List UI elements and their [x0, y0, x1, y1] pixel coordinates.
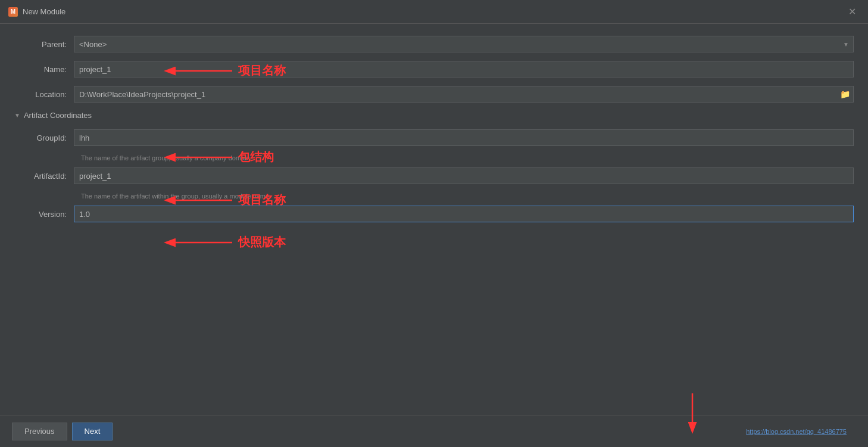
groupid-hint: The name of the artifact group, usually … [14, 154, 854, 162]
next-button[interactable]: Next [72, 423, 113, 440]
artifact-coordinates-section: ▼ Artifact Coordinates [14, 111, 854, 120]
parent-label: Parent: [14, 40, 74, 49]
artifactid-hint: The name of the artifact within the grou… [14, 193, 854, 200]
section-title: Artifact Coordinates [24, 111, 92, 120]
groupid-row: GroupId: [14, 129, 854, 146]
bottom-bar: Previous Next https://blog.csdn.net/qq_4… [0, 415, 868, 447]
location-row: Location: 📁 [14, 86, 854, 103]
close-button[interactable]: ✕ [845, 5, 860, 18]
app-icon: M [8, 7, 18, 17]
parent-row: Parent: <None> ▼ [14, 36, 854, 52]
content-area: Parent: <None> ▼ Name: Location: 📁 ▼ Ar [0, 24, 868, 415]
new-module-dialog: M New Module ✕ Parent: <None> ▼ Name: Lo… [0, 0, 868, 447]
name-input[interactable] [74, 61, 854, 77]
version-input[interactable] [74, 206, 854, 222]
groupid-input[interactable] [74, 129, 854, 146]
collapse-arrow-icon: ▼ [14, 112, 20, 119]
artifactid-row: ArtifactId: [14, 167, 854, 184]
name-label: Name: [14, 65, 74, 74]
artifactid-label: ArtifactId: [14, 172, 74, 181]
version-row: Version: [14, 206, 854, 222]
footer-url: https://blog.csdn.net/qq_41486775 [117, 428, 856, 435]
title-bar: M New Module ✕ [0, 0, 868, 24]
dialog-title: New Module [23, 7, 65, 16]
parent-select-wrapper: <None> ▼ [74, 36, 854, 52]
location-label: Location: [14, 90, 74, 99]
groupid-label: GroupId: [14, 134, 74, 142]
previous-button[interactable]: Previous [12, 423, 67, 440]
title-bar-left: M New Module [8, 7, 65, 17]
browse-folder-button[interactable]: 📁 [839, 88, 851, 100]
location-wrapper: 📁 [74, 86, 854, 103]
parent-select[interactable]: <None> [74, 36, 854, 52]
version-label: Version: [14, 210, 74, 219]
name-row: Name: [14, 61, 854, 77]
artifactid-input[interactable] [74, 167, 854, 184]
location-input[interactable] [74, 86, 854, 103]
